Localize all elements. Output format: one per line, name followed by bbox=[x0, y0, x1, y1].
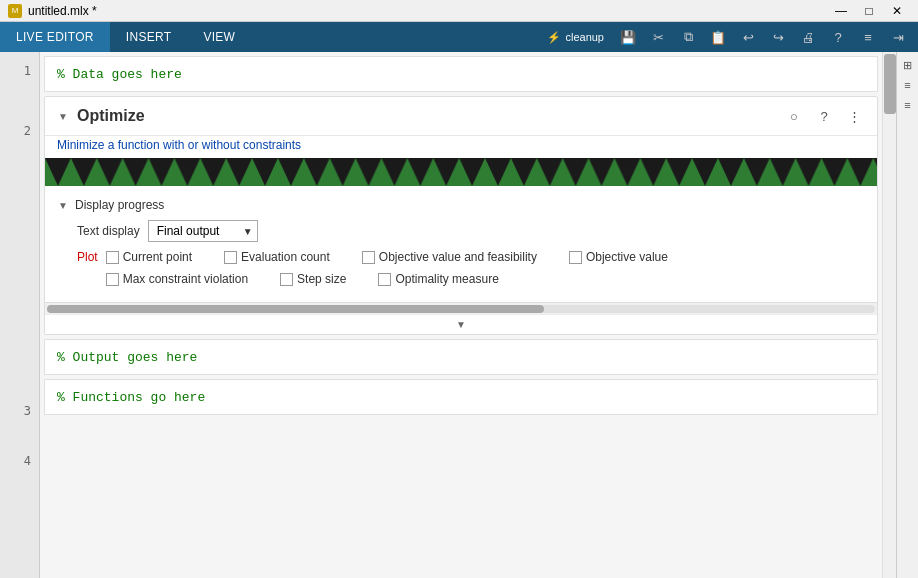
text-display-dropdown[interactable]: Final output ▼ bbox=[148, 220, 258, 242]
expand-row: ▼ bbox=[45, 314, 877, 334]
help-block-icon[interactable]: ? bbox=[813, 105, 835, 127]
checkbox-evaluation-count-box[interactable] bbox=[224, 251, 237, 264]
redo-icon[interactable]: ↪ bbox=[764, 24, 792, 50]
cell-1-text: % Data goes here bbox=[57, 67, 182, 82]
line-num-3: 3 bbox=[0, 396, 39, 426]
tab-view[interactable]: VIEW bbox=[187, 22, 251, 52]
display-progress-row: ▼ Display progress bbox=[57, 194, 865, 216]
checkbox-objective-feasibility: Objective value and feasibility bbox=[362, 250, 537, 264]
window-controls: — □ ✕ bbox=[828, 0, 910, 22]
line-num-1: 1 bbox=[0, 56, 39, 86]
line-num-2: 2 bbox=[0, 86, 39, 176]
collapse-button[interactable]: ▼ bbox=[57, 110, 69, 122]
app-icon: M bbox=[8, 4, 22, 18]
svg-rect-4 bbox=[45, 158, 877, 186]
maximize-button[interactable]: □ bbox=[856, 0, 882, 22]
checkbox-max-constraint-box[interactable] bbox=[106, 273, 119, 286]
cell-1[interactable]: % Data goes here bbox=[44, 56, 878, 92]
checkbox-objective-value-label: Objective value bbox=[586, 250, 668, 264]
paste-icon[interactable]: 📋 bbox=[704, 24, 732, 50]
sidebar-list-icon[interactable]: ≡ bbox=[899, 76, 917, 94]
checkbox-optimality-box[interactable] bbox=[378, 273, 391, 286]
window-title: untitled.mlx * bbox=[28, 4, 97, 18]
vertical-scrollbar[interactable] bbox=[882, 52, 896, 578]
zigzag-divider bbox=[45, 158, 877, 186]
cleanup-button[interactable]: ⚡ cleanup bbox=[539, 29, 612, 46]
cell-3-text: % Output goes here bbox=[57, 350, 197, 365]
text-display-row: Text display Final output ▼ bbox=[57, 216, 865, 246]
title-bar-left: M untitled.mlx * bbox=[8, 4, 97, 18]
editor-area: % Data goes here ▼ Optimize ○ ? ⋮ Minim bbox=[40, 52, 896, 578]
cut-icon[interactable]: ✂ bbox=[644, 24, 672, 50]
sidebar-menu-icon[interactable]: ≡ bbox=[899, 96, 917, 114]
expand-button[interactable]: ▼ bbox=[456, 319, 466, 330]
checkbox-current-point-label: Current point bbox=[123, 250, 192, 264]
sidebar-grid-icon[interactable]: ⊞ bbox=[899, 56, 917, 74]
undo-icon[interactable]: ↩ bbox=[734, 24, 762, 50]
cell-4[interactable]: % Functions go here bbox=[44, 379, 878, 415]
checkbox-optimality-label: Optimality measure bbox=[395, 272, 498, 286]
scrollbar-track bbox=[47, 305, 875, 313]
checkbox-max-constraint-label: Max constraint violation bbox=[123, 272, 248, 286]
checkbox-row-1: Current point Evaluation count Objective… bbox=[106, 250, 684, 268]
tab-live-editor[interactable]: LIVE EDITOR bbox=[0, 22, 110, 52]
block-inner: ▼ Display progress Text display Final ou… bbox=[45, 186, 877, 302]
cleanup-icon: ⚡ bbox=[547, 31, 561, 44]
checkbox-evaluation-count: Evaluation count bbox=[224, 250, 330, 264]
display-progress-collapse[interactable]: ▼ bbox=[57, 199, 69, 211]
checkbox-row-2: Max constraint violation Step size Optim… bbox=[106, 272, 684, 290]
checkbox-objective-feasibility-label: Objective value and feasibility bbox=[379, 250, 537, 264]
toolbar-right: ⚡ cleanup 💾 ✂ ⧉ 📋 ↩ ↪ 🖨 ? ≡ ⇥ bbox=[539, 22, 918, 52]
display-progress-label: Display progress bbox=[75, 198, 164, 212]
title-bar: M untitled.mlx * — □ ✕ bbox=[0, 0, 918, 22]
dropdown-value: Final output bbox=[157, 224, 220, 238]
checkbox-step-size-label: Step size bbox=[297, 272, 346, 286]
checkbox-optimality: Optimality measure bbox=[378, 272, 498, 286]
checkbox-step-size-box[interactable] bbox=[280, 273, 293, 286]
line-numbers: 1 2 3 4 bbox=[0, 52, 40, 578]
block-header: ▼ Optimize ○ ? ⋮ bbox=[45, 97, 877, 136]
right-sidebar: ⊞ ≡ ≡ bbox=[896, 52, 918, 578]
checkboxes-container: Current point Evaluation count Objective… bbox=[106, 250, 684, 290]
scrollbar-thumb bbox=[47, 305, 544, 313]
dropdown-arrow-icon: ▼ bbox=[243, 226, 253, 237]
more-icon[interactable]: ⋮ bbox=[843, 105, 865, 127]
cleanup-label: cleanup bbox=[565, 31, 604, 43]
toolbar: LIVE EDITOR INSERT VIEW ⚡ cleanup 💾 ✂ ⧉ … bbox=[0, 22, 918, 52]
print-icon[interactable]: 🖨 bbox=[794, 24, 822, 50]
checkbox-current-point-box[interactable] bbox=[106, 251, 119, 264]
line-num-blank bbox=[0, 176, 39, 396]
plot-row: Plot Current point Evaluation co bbox=[57, 246, 865, 294]
block-header-icons: ○ ? ⋮ bbox=[783, 105, 865, 127]
expand-icon[interactable]: ⇥ bbox=[884, 24, 912, 50]
block-subtitle: Minimize a function with or without cons… bbox=[45, 136, 877, 158]
line-num-4: 4 bbox=[0, 446, 39, 476]
close-button[interactable]: ✕ bbox=[884, 0, 910, 22]
cell-4-text: % Functions go here bbox=[57, 390, 205, 405]
block-title: Optimize bbox=[77, 107, 145, 125]
cell-3[interactable]: % Output goes here bbox=[44, 339, 878, 375]
copy-icon[interactable]: ⧉ bbox=[674, 24, 702, 50]
main-container: 1 2 3 4 % Data goes here ▼ Optimize bbox=[0, 52, 918, 578]
block-title-area: ▼ Optimize bbox=[57, 107, 145, 125]
checkbox-max-constraint: Max constraint violation bbox=[106, 272, 248, 286]
circle-icon[interactable]: ○ bbox=[783, 105, 805, 127]
checkbox-current-point: Current point bbox=[106, 250, 192, 264]
checkbox-objective-feasibility-box[interactable] bbox=[362, 251, 375, 264]
checkbox-objective-value-box[interactable] bbox=[569, 251, 582, 264]
text-display-label: Text display bbox=[77, 224, 140, 238]
menu-icon[interactable]: ≡ bbox=[854, 24, 882, 50]
checkbox-objective-value: Objective value bbox=[569, 250, 668, 264]
save-icon[interactable]: 💾 bbox=[614, 24, 642, 50]
editor-scroll-area[interactable]: % Data goes here ▼ Optimize ○ ? ⋮ Minim bbox=[40, 52, 882, 578]
help-icon[interactable]: ? bbox=[824, 24, 852, 50]
plot-label: Plot bbox=[77, 250, 98, 264]
horizontal-scrollbar[interactable] bbox=[45, 302, 877, 314]
minimize-button[interactable]: — bbox=[828, 0, 854, 22]
checkbox-evaluation-count-label: Evaluation count bbox=[241, 250, 330, 264]
checkbox-step-size: Step size bbox=[280, 272, 346, 286]
tab-insert[interactable]: INSERT bbox=[110, 22, 188, 52]
optimize-block: ▼ Optimize ○ ? ⋮ Minimize a function wit… bbox=[44, 96, 878, 335]
